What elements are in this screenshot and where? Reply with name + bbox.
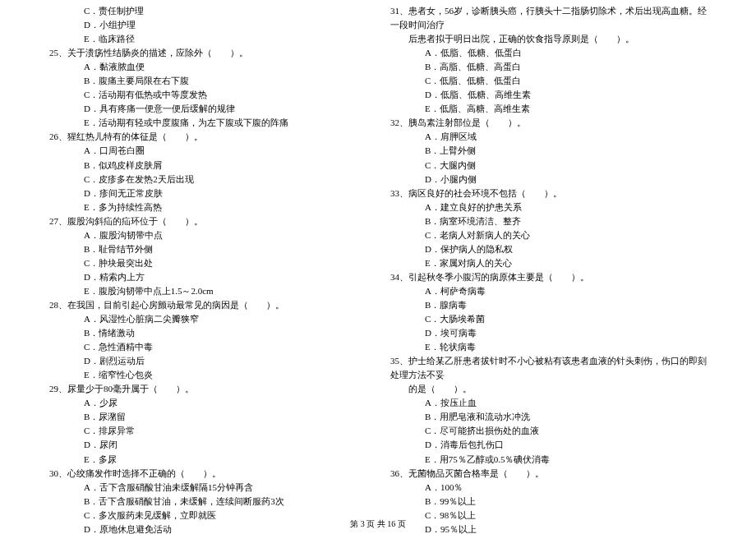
- q29-opt: B．尿潴留: [49, 410, 366, 424]
- q31-cont: 后患者拟于明日出院，正确的饮食指导原则是（ ）。: [390, 32, 707, 46]
- q30-opt: B．舌下含服硝酸甘油，未缓解，连续间断服药3次: [49, 495, 366, 509]
- pre-opt: E．临床路径: [49, 32, 366, 46]
- q35-stem: 35、护士给某乙肝患者拔针时不小心被粘有该患者血液的针头刺伤，伤口的即刻处理方法…: [390, 354, 707, 382]
- q33-opt: C．老病人对新病人的关心: [390, 228, 707, 242]
- q35-opt: B．用肥皂液和流动水冲洗: [390, 410, 707, 424]
- q32-opt: A．肩胛区域: [390, 130, 707, 144]
- q32-stem: 32、胰岛素注射部位是（ ）。: [390, 116, 707, 130]
- q28-opt: D．剧烈运动后: [49, 354, 366, 368]
- pre-opt: C．责任制护理: [49, 4, 366, 18]
- page-footer: 第 3 页 共 16 页: [0, 518, 756, 530]
- q36-stem: 36、无菌物品灭菌合格率是（ ）。: [390, 467, 707, 481]
- q26-opt: B．似鸡皮样皮肤屑: [49, 159, 366, 173]
- q34-opt: B．腺病毒: [390, 298, 707, 312]
- q35-opt: C．尽可能挤出损伤处的血液: [390, 424, 707, 438]
- q28-opt: A．风湿性心脏病二尖瓣狭窄: [49, 312, 366, 326]
- q35-opt: E．用75％乙醇或0.5％碘伏消毒: [390, 453, 707, 467]
- q35-cont: 的是（ ）。: [390, 382, 707, 396]
- q32-opt: B．上臂外侧: [390, 144, 707, 158]
- q34-opt: D．埃可病毒: [390, 326, 707, 340]
- q33-opt: D．保护病人的隐私权: [390, 242, 707, 256]
- q25-stem: 25、关于溃疡性结肠炎的描述，应除外（ ）。: [49, 46, 366, 60]
- q25-opt: D．具有疼痛一便意一便后缓解的规律: [49, 102, 366, 116]
- q26-opt: C．皮疹多在发热2天后出现: [49, 173, 366, 186]
- q33-opt: A．建立良好的护患关系: [390, 200, 707, 214]
- q28-opt: E．缩窄性心包炎: [49, 368, 366, 382]
- q33-opt: B．病室环境清洁、整齐: [390, 214, 707, 228]
- q30-stem: 30、心绞痛发作时选择不正确的（ ）。: [49, 467, 366, 481]
- q27-opt: C．肿块最突出处: [49, 256, 366, 270]
- q31-opt: E．低脂、高糖、高维生素: [390, 102, 707, 116]
- q32-opt: D．小腿内侧: [390, 173, 707, 186]
- q25-opt: E．活动期有轻或中度腹痛，为左下腹或下腹的阵痛: [49, 116, 366, 130]
- q28-stem: 28、在我国，目前引起心房颤动最常见的病因是（ ）。: [49, 298, 366, 312]
- q25-opt: C．活动期有低热或中等度发热: [49, 88, 366, 102]
- q34-opt: C．大肠埃希菌: [390, 312, 707, 326]
- q35-opt: A．按压止血: [390, 396, 707, 410]
- q29-opt: E．多尿: [49, 453, 366, 467]
- q31-opt: B．高脂、低糖、高蛋白: [390, 60, 707, 74]
- q25-opt: A．黏液脓血便: [49, 60, 366, 74]
- q26-stem: 26、猩红热儿特有的体征是（ ）。: [49, 130, 366, 144]
- q31-opt: C．低脂、低糖、低蛋白: [390, 74, 707, 88]
- q31-stem: 31、患者女，56岁，诊断胰头癌，行胰头十二指肠切除术，术后出现高血糖。经一段时…: [390, 4, 707, 32]
- q29-stem: 29、尿量少于80毫升属于（ ）。: [49, 382, 366, 396]
- q32-opt: C．大腿内侧: [390, 159, 707, 173]
- q34-stem: 34、引起秋冬季小腹泻的病原体主要是（ ）。: [390, 270, 707, 284]
- q25-opt: B．腹痛主要局限在右下腹: [49, 74, 366, 88]
- q31-opt: D．低脂、低糖、高维生素: [390, 88, 707, 102]
- q34-opt: A．柯萨奇病毒: [390, 284, 707, 298]
- q34-opt: E．轮状病毒: [390, 340, 707, 354]
- q27-opt: B．耻骨结节外侧: [49, 242, 366, 256]
- q35-opt: D．消毒后包扎伤口: [390, 438, 707, 452]
- q28-opt: C．急性酒精中毒: [49, 340, 366, 354]
- q29-opt: A．少尿: [49, 396, 366, 410]
- q26-opt: D．疹间无正常皮肤: [49, 186, 366, 200]
- q26-opt: E．多为持续性高热: [49, 200, 366, 214]
- q33-opt: E．家属对病人的关心: [390, 256, 707, 270]
- right-column: 31、患者女，56岁，诊断胰头癌，行胰头十二指肠切除术，术后出现高血糖。经一段时…: [390, 4, 707, 505]
- q27-opt: A．腹股沟韧带中点: [49, 228, 366, 242]
- q27-opt: D．精索内上方: [49, 270, 366, 284]
- pre-opt: D．小组护理: [49, 18, 366, 32]
- q27-opt: E．腹股沟韧带中点上1.5～2.0cm: [49, 284, 366, 298]
- q31-opt: A．低脂、低糖、低蛋白: [390, 46, 707, 60]
- q26-opt: A．口周苍白圈: [49, 144, 366, 158]
- q33-stem: 33、病区良好的社会环境不包括（ ）。: [390, 186, 707, 200]
- q36-opt: A．100％: [390, 481, 707, 495]
- q28-opt: B．情绪激动: [49, 326, 366, 340]
- q29-opt: D．尿闭: [49, 438, 366, 452]
- q30-opt: A．舌下含服硝酸甘油未缓解隔15分钟再含: [49, 481, 366, 495]
- q27-stem: 27、腹股沟斜疝的疝环位于（ ）。: [49, 214, 366, 228]
- left-column: C．责任制护理 D．小组护理 E．临床路径 25、关于溃疡性结肠炎的描述，应除外…: [49, 4, 366, 505]
- q29-opt: C．排尿异常: [49, 424, 366, 438]
- q36-opt: B．99％以上: [390, 495, 707, 509]
